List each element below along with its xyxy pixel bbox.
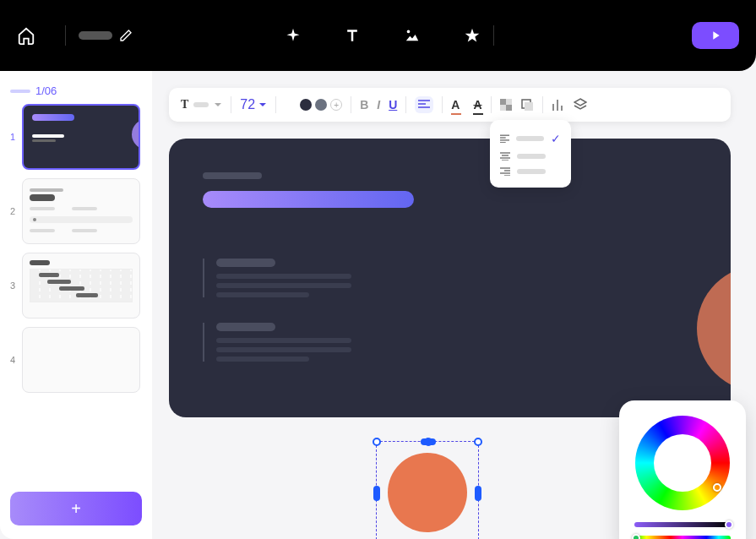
slide-canvas[interactable] — [169, 139, 731, 417]
transparency-button[interactable] — [500, 99, 512, 111]
title-edit[interactable] — [79, 29, 133, 42]
color-picker-panel — [619, 400, 746, 539]
color-swatch[interactable] — [285, 99, 296, 111]
divider — [493, 25, 494, 46]
checkerboard-icon — [500, 99, 512, 111]
color-cursor[interactable] — [713, 483, 721, 492]
chart-icon — [552, 99, 565, 111]
color-swatch[interactable] — [300, 99, 312, 111]
underline-button[interactable]: U — [389, 98, 397, 112]
text-color-button[interactable]: A — [451, 97, 460, 112]
bold-button[interactable]: B — [360, 98, 368, 112]
shadow-button[interactable] — [520, 98, 534, 112]
svg-point-0 — [407, 30, 411, 34]
slide-thumbnail[interactable] — [22, 327, 140, 393]
align-center-option[interactable] — [498, 149, 563, 164]
add-color-button[interactable]: + — [330, 99, 342, 111]
font-size-select[interactable]: 72 — [240, 97, 267, 112]
sparkle-tool[interactable] — [285, 27, 302, 44]
resize-handle[interactable] — [373, 486, 380, 501]
pencil-icon — [119, 29, 133, 42]
slide-thumbnail[interactable] — [22, 104, 140, 170]
workspace: 1/06 1 2 — [0, 71, 756, 539]
present-button[interactable] — [692, 22, 739, 49]
resize-handle[interactable] — [373, 438, 381, 446]
resize-handle[interactable] — [475, 486, 481, 501]
slide-number: 1 — [10, 132, 17, 142]
hue-slider[interactable] — [634, 536, 731, 539]
check-icon: ✓ — [551, 132, 561, 145]
layers-icon — [574, 98, 587, 112]
align-left-icon — [418, 100, 430, 110]
selection-box — [376, 441, 479, 539]
svg-rect-5 — [500, 99, 506, 105]
chevron-down-icon — [214, 101, 222, 109]
color-wheel[interactable] — [635, 416, 730, 510]
slide-thumbnail[interactable] — [22, 253, 140, 318]
home-button[interactable] — [17, 26, 35, 45]
align-dropdown: ✓ — [490, 120, 571, 188]
divider — [65, 25, 66, 46]
resize-handle[interactable] — [421, 438, 436, 445]
slide-number: 4 — [10, 355, 17, 365]
chart-button[interactable] — [552, 99, 565, 111]
align-left-option[interactable]: ✓ — [498, 128, 563, 149]
slider-thumb[interactable] — [632, 534, 640, 539]
image-tool[interactable] — [403, 27, 422, 44]
align-button[interactable] — [415, 96, 433, 113]
align-right-option[interactable] — [498, 164, 563, 179]
format-toolbar: T 72 + B I U — [169, 88, 731, 122]
font-family-select[interactable]: T — [181, 98, 222, 112]
highlight-button[interactable]: A — [473, 97, 481, 112]
text-tool[interactable] — [344, 27, 361, 44]
color-swatch[interactable] — [315, 99, 327, 111]
slide-counter: 1/06 — [10, 84, 142, 97]
canvas-area: T 72 + B I U — [152, 71, 756, 539]
slide-thumbnail[interactable] — [22, 178, 140, 244]
play-icon — [709, 29, 722, 42]
slide-number: 2 — [10, 206, 17, 216]
svg-rect-8 — [525, 102, 533, 111]
italic-button[interactable]: I — [377, 98, 380, 112]
slide-number: 3 — [10, 280, 17, 291]
color-swatches: + — [285, 99, 342, 111]
brightness-slider[interactable] — [634, 522, 731, 527]
add-slide-button[interactable]: + — [10, 492, 142, 525]
top-toolbar — [0, 0, 756, 71]
svg-rect-6 — [506, 105, 512, 111]
slide-panel: 1/06 1 2 — [0, 71, 152, 539]
star-tool[interactable] — [464, 27, 481, 44]
resize-handle[interactable] — [474, 438, 482, 446]
shadow-icon — [520, 98, 534, 112]
layers-button[interactable] — [574, 98, 587, 112]
slider-thumb[interactable] — [725, 520, 733, 529]
